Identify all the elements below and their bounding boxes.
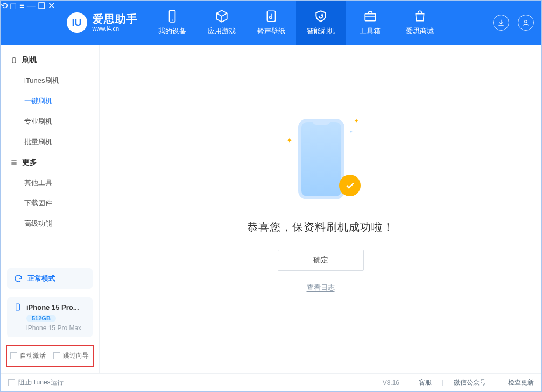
- nav-label: 工具箱: [360, 26, 381, 36]
- music-icon: [264, 9, 278, 23]
- svg-rect-5: [12, 58, 16, 63]
- minimize-icon[interactable]: —: [27, 1, 36, 10]
- brand-subtitle: www.i4.cn: [93, 25, 138, 32]
- divider: [442, 380, 443, 386]
- checkbox-auto-activate[interactable]: 自动激活: [10, 351, 46, 360]
- checkbox-block-itunes[interactable]: 阻止iTunes运行: [8, 378, 64, 387]
- download-icon: [497, 18, 505, 27]
- refresh-shield-icon: [314, 9, 328, 23]
- download-button[interactable]: [493, 15, 509, 31]
- maximize-icon[interactable]: ☐: [38, 1, 45, 10]
- nav-label: 应用游戏: [208, 26, 236, 36]
- svg-rect-2: [267, 11, 275, 22]
- nav-toolbox[interactable]: 工具箱: [346, 1, 395, 45]
- nav-label: 铃声壁纸: [257, 26, 285, 36]
- account-button[interactable]: [518, 15, 534, 31]
- nav-flash[interactable]: 智能刷机: [296, 1, 346, 45]
- window-controls: ⟲ ◻ ≡ — ☐ ✕: [1, 1, 55, 45]
- highlighted-options-box: 自动激活 跳过向导: [6, 345, 94, 367]
- svg-point-1: [172, 20, 173, 21]
- version-label: V8.16: [383, 379, 399, 387]
- main-content: ✦ ✦ ✦ 恭喜您，保资料刷机成功啦！ 确定 查看日志: [100, 45, 541, 373]
- wechat-link[interactable]: 微信公众号: [454, 378, 486, 387]
- mode-label: 正常模式: [27, 274, 55, 283]
- success-illustration: ✦ ✦ ✦: [283, 115, 358, 206]
- feedback-icon[interactable]: ⟲: [1, 1, 8, 10]
- phone-illustration-icon: [298, 119, 344, 199]
- checkbox-label: 自动激活: [20, 351, 46, 360]
- toolbox-icon: [363, 9, 377, 23]
- list-icon: [10, 159, 18, 166]
- checkbox-label: 跳过向导: [63, 351, 89, 360]
- sidebar-section-title: 刷机: [22, 55, 37, 65]
- user-icon: [522, 18, 530, 27]
- bag-icon: [413, 9, 427, 23]
- checkbox-skip-wizard[interactable]: 跳过向导: [53, 351, 89, 360]
- nav-label: 我的设备: [158, 26, 186, 36]
- sidebar-item-oneclick-flash[interactable]: 一键刷机: [1, 91, 99, 111]
- sidebar: 刷机 iTunes刷机 一键刷机 专业刷机 批量刷机 更多 其他工具 下载固件 …: [1, 45, 100, 373]
- checkbox-icon: [53, 352, 60, 359]
- nav-label: 爱思商城: [406, 26, 434, 36]
- success-check-icon: [339, 175, 361, 196]
- success-message: 恭喜您，保资料刷机成功啦！: [247, 220, 394, 234]
- sparkle-icon: ✦: [349, 130, 353, 134]
- sidebar-item-download-firmware[interactable]: 下载固件: [1, 193, 99, 213]
- sparkle-icon: ✦: [354, 118, 358, 124]
- divider: [497, 380, 497, 386]
- sidebar-item-other-tools[interactable]: 其他工具: [1, 173, 99, 193]
- pin-icon[interactable]: ◻: [10, 1, 17, 10]
- support-link[interactable]: 客服: [419, 378, 432, 387]
- sidebar-section-title: 更多: [22, 158, 37, 167]
- device-icon: [165, 9, 179, 23]
- device-name: iPhone 15 Pro...: [26, 303, 79, 311]
- sidebar-item-itunes-flash[interactable]: iTunes刷机: [1, 70, 99, 91]
- sidebar-item-advanced[interactable]: 高级功能: [1, 213, 99, 234]
- close-icon[interactable]: ✕: [48, 1, 55, 10]
- checkbox-label: 阻止iTunes运行: [18, 378, 64, 387]
- check-update-link[interactable]: 检查更新: [508, 378, 534, 387]
- ok-button[interactable]: 确定: [278, 250, 364, 271]
- sidebar-item-batch-flash[interactable]: 批量刷机: [1, 132, 99, 152]
- svg-point-4: [525, 20, 527, 23]
- status-bar: 阻止iTunes运行 V8.16 客服 微信公众号 检查更新: [1, 373, 541, 391]
- sidebar-section-flash[interactable]: 刷机: [1, 50, 99, 70]
- sidebar-item-pro-flash[interactable]: 专业刷机: [1, 111, 99, 132]
- svg-rect-6: [16, 304, 20, 310]
- svg-rect-3: [365, 14, 376, 21]
- device-model: iPhone 15 Pro Max: [26, 324, 86, 332]
- sidebar-section-more[interactable]: 更多: [1, 152, 99, 173]
- nav-store[interactable]: 爱思商城: [395, 1, 445, 45]
- nav-label: 智能刷机: [307, 26, 335, 36]
- brand-title: 爱思助手: [93, 13, 138, 25]
- device-mode-card[interactable]: 正常模式: [7, 268, 93, 289]
- device-card[interactable]: iPhone 15 Pro... 512GB iPhone 15 Pro Max: [7, 297, 93, 337]
- view-log-link[interactable]: 查看日志: [307, 283, 335, 293]
- checkbox-icon: [10, 352, 17, 359]
- menu-icon[interactable]: ≡: [19, 1, 24, 10]
- phone-icon: [13, 303, 22, 311]
- sparkle-icon: ✦: [286, 136, 293, 145]
- nav-apps[interactable]: 应用游戏: [197, 1, 247, 45]
- refresh-icon: [13, 274, 23, 283]
- nav-my-device[interactable]: 我的设备: [147, 1, 197, 45]
- storage-badge: 512GB: [26, 315, 56, 322]
- phone-outline-icon: [10, 56, 18, 64]
- checkbox-icon: [8, 379, 15, 386]
- cube-icon: [215, 9, 229, 23]
- top-nav: 我的设备 应用游戏 铃声壁纸 智能刷机 工具箱 爱思商城: [147, 1, 445, 45]
- nav-ringtones[interactable]: 铃声壁纸: [247, 1, 296, 45]
- brand-logo-icon: iU: [67, 12, 87, 33]
- brand: iU 爱思助手 www.i4.cn: [55, 1, 147, 45]
